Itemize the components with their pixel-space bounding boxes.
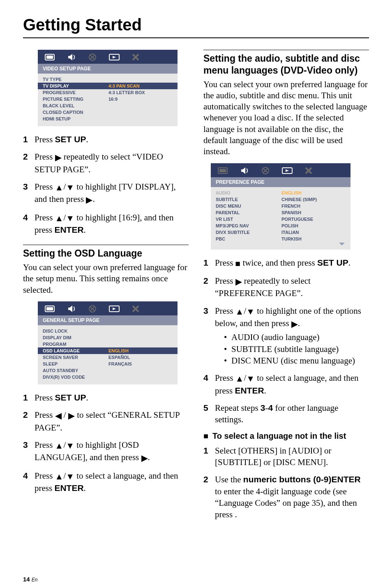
steps-other-language: 1Select [OTHERS] in [AUDIO] or [SUBTITLE…: [203, 445, 369, 521]
osd-preference: PREFERENCE PAGE AUDIOENGLISHSUBTITLECHIN…: [211, 163, 350, 250]
step-item: 3Press ▲/▼ to highlight one of the optio…: [203, 305, 369, 367]
disc-x-icon: [261, 167, 271, 175]
step-item: 3Press ▲/▼ to highlight [OSD LANGUAGE], …: [23, 439, 189, 464]
osd-tab-title: GENERAL SETUP PAGE: [38, 315, 178, 325]
step-item: 1Press SET UP.: [23, 134, 189, 145]
osd-row: PBCTURKISH: [211, 236, 350, 242]
step-item: 2Press ▶ repeatedly to select “PREFERENC…: [203, 275, 369, 299]
osd-rows: DISC LOCKDISPLAY DIMPROGRAMOSD LANGUAGEE…: [38, 325, 178, 380]
svg-rect-17: [219, 169, 226, 172]
step-item: 4Press ▲/▼ to highlight [16:9], and then…: [23, 212, 189, 236]
scroll-down-icon: [211, 242, 350, 245]
osd-row: DIVX(R) VOD CODE: [38, 374, 178, 380]
osd-row: PARENTALSPANISH: [211, 209, 350, 216]
osd-row: CLOSED CAPTION: [38, 109, 178, 116]
osd-row: DIVX SUBTITLEITALIAN: [211, 229, 350, 236]
osd-row: DISPLAY DIM: [38, 334, 178, 341]
bullet-item: DISC MENU (disc menu language): [224, 355, 369, 366]
steps-video-setup: 1Press SET UP.2Press ▶ repeatedly to sel…: [23, 134, 189, 236]
osd-row: HDMI SETUP: [38, 116, 178, 122]
osd-general-setup: GENERAL SETUP PAGE DISC LOCKDISPLAY DIMP…: [38, 301, 178, 384]
osd-row: PICTURE SETTING16:9: [38, 96, 178, 102]
title-rule: [23, 37, 369, 38]
speaker-icon: [67, 305, 77, 313]
step-item: 2Press ▶ repeatedly to select “VIDEO SET…: [23, 151, 189, 175]
osd-row: PROGRESSIVE4:3 LETTER BOX: [38, 89, 178, 96]
page-title: Getting Started: [23, 16, 369, 34]
osd-tab-title: VIDEO SETUP PAGE: [38, 64, 178, 74]
osd-row: MP3/JPEG NAVPOLISH: [211, 222, 350, 229]
svg-rect-9: [46, 307, 53, 310]
svg-rect-1: [46, 56, 53, 59]
step-item: 1Press SET UP.: [23, 392, 189, 403]
steps-preference: 1Press ■ twice, and then press SET UP.2P…: [203, 257, 369, 426]
subsection-title: To select a language not in the list: [212, 431, 346, 441]
close-x-icon: [304, 167, 313, 175]
osd-row: BLACK LEVEL: [38, 102, 178, 109]
osd-row: DISC LOCK: [38, 328, 178, 334]
step-item: 1Select [OTHERS] in [AUDIO] or [SUBTITLE…: [203, 445, 369, 468]
osd-row: VR LISTPORTUGUESE: [211, 216, 350, 222]
page-locale: En: [32, 577, 38, 583]
audio-subtitle-body: You can select your own preferred langua…: [203, 79, 369, 157]
disc-x-icon: [88, 53, 98, 61]
step-item: 1Press ■ twice, and then press SET UP.: [203, 257, 369, 269]
osd-row: SUBTITLECHINESE (SIMP): [211, 196, 350, 203]
video-icon: [281, 167, 294, 175]
speaker-icon: [240, 167, 250, 175]
section-audio-subtitle: Setting the audio, subtitle and disc men…: [203, 53, 369, 76]
step-item: 3Press ▲/▼ to highlight [TV DISPLAY], an…: [23, 181, 189, 206]
osd-row: PROGRAM: [38, 341, 178, 347]
osd-row: AUDIOENGLISH: [211, 190, 350, 196]
steps-osd-language: 1Press SET UP.2Press ◀ / ▶ to select “GE…: [23, 392, 189, 494]
osd-rows: AUDIOENGLISHSUBTITLECHINESE (SIMP)DISC M…: [211, 187, 350, 242]
page-footer: 14 En: [23, 576, 369, 583]
osd-row: SLEEPFRANÇAIS: [38, 361, 178, 367]
square-bullet-icon: ■: [203, 431, 208, 441]
osd-tabbar: [38, 301, 178, 315]
bullet-item: SUBTITLE (subtitle language): [224, 343, 369, 355]
osd-row: TV DISPLAY4:3 PAN SCAN: [38, 83, 178, 89]
disc-x-icon: [88, 305, 98, 313]
step-item: 5Repeat steps 3-4 for other language set…: [203, 402, 369, 426]
osd-row: OSD LANGUAGEENGLISH: [38, 347, 178, 354]
general-icon: [44, 53, 56, 61]
osd-row: SCREEN SAVERESPAÑOL: [38, 354, 178, 361]
general-icon: [44, 305, 56, 313]
osd-language-body: You can select your own preferred langua…: [23, 262, 189, 296]
step-item: 2Press ◀ / ▶ to select “GENERAL SETUP PA…: [23, 409, 189, 433]
section-rule: [23, 245, 189, 245]
page-number: 14: [23, 576, 30, 583]
step-item: 4Press ▲/▼ to select a language, and the…: [203, 372, 369, 396]
speaker-icon: [67, 53, 77, 61]
section-osd-language: Setting the OSD Language: [23, 248, 189, 259]
osd-rows: TV TYPETV DISPLAY4:3 PAN SCANPROGRESSIVE…: [38, 74, 178, 122]
osd-row: DISC MENUFRENCH: [211, 203, 350, 209]
video-icon: [108, 53, 121, 61]
osd-row: TV TYPE: [38, 76, 178, 83]
section-rule: [203, 50, 369, 50]
close-x-icon: [131, 53, 140, 61]
close-x-icon: [131, 305, 140, 313]
bullet-item: AUDIO (audio language): [224, 331, 369, 343]
video-icon: [108, 305, 121, 313]
subsection-heading: ■ To select a language not in the list: [203, 431, 369, 441]
general-icon: [217, 167, 229, 175]
osd-video-setup: VIDEO SETUP PAGE TV TYPETV DISPLAY4:3 PA…: [38, 50, 178, 126]
step-bullets: AUDIO (audio language)SUBTITLE (subtitle…: [215, 331, 369, 366]
osd-tabbar: [211, 163, 350, 177]
osd-tab-title: PREFERENCE PAGE: [211, 177, 350, 187]
osd-tabbar: [38, 50, 178, 64]
step-item: 4Press ▲/▼ to select a language, and the…: [23, 470, 189, 494]
osd-row: AUTO STANDBY: [38, 367, 178, 374]
step-item: 2Use the numeric buttons (0-9)ENTER to e…: [203, 474, 369, 520]
